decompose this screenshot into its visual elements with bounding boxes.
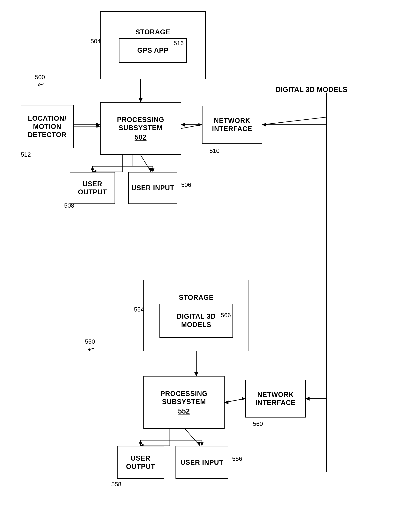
svg-marker-20	[194, 372, 198, 376]
storage2-ref: 554	[134, 306, 144, 313]
svg-line-10	[140, 155, 151, 172]
svg-marker-12	[149, 168, 153, 172]
ni2-ref: 560	[253, 420, 263, 427]
diagram-container: 500 ↙ STORAGE GPS APP 504 516 PROCESSING…	[0, 0, 418, 532]
uo1-ref: 508	[64, 202, 74, 209]
svg-marker-1	[139, 98, 142, 102]
svg-marker-37	[91, 169, 94, 172]
lmd-ref: 512	[21, 151, 31, 158]
svg-line-26	[185, 429, 200, 446]
svg-marker-4	[181, 123, 185, 127]
svg-marker-39	[151, 169, 154, 172]
storage1-ref: 504	[91, 38, 101, 45]
storage-box-1: STORAGE GPS APP	[100, 11, 206, 79]
network-interface-box-1: NETWORKINTERFACE	[202, 106, 262, 144]
ui2-ref: 556	[232, 455, 242, 462]
digital-3d-label-1: DIGITAL 3D MODELS	[276, 85, 348, 94]
user-input-label-1: USER INPUT	[131, 184, 174, 192]
svg-marker-44	[306, 397, 309, 400]
svg-marker-6	[96, 123, 100, 127]
d3d-ref: 566	[221, 312, 231, 319]
ui1-ref: 506	[181, 181, 191, 188]
svg-marker-46	[195, 373, 198, 376]
network-interface-box-2: NETWORKINTERFACE	[245, 380, 306, 418]
svg-marker-22	[225, 400, 228, 404]
processing-subsystem-ref-2: 552	[178, 407, 190, 415]
user-output-label-2: USEROUTPUT	[126, 454, 155, 471]
svg-marker-52	[139, 442, 142, 446]
digital-3d-models-inner-label: DIGITAL 3DMODELS	[177, 312, 216, 328]
svg-line-21	[225, 399, 245, 402]
user-input-box-1: USER INPUT	[128, 172, 177, 204]
svg-marker-31	[198, 123, 202, 126]
svg-marker-27	[196, 442, 200, 446]
uo2-ref: 558	[111, 481, 121, 488]
ni1-ref: 510	[209, 147, 220, 154]
gpsapp-ref: 516	[174, 40, 184, 47]
storage-box-2: STORAGE DIGITAL 3DMODELS	[143, 280, 249, 351]
processing-subsystem-box-2: PROCESSINGSUBSYSTEM 552	[143, 376, 225, 429]
svg-line-14	[262, 117, 326, 125]
svg-marker-29	[139, 99, 142, 102]
svg-marker-16	[262, 123, 266, 127]
user-output-box-2: USEROUTPUT	[117, 446, 164, 479]
location-motion-box: LOCATION/MOTIONDETECTOR	[21, 105, 74, 148]
processing-subsystem-ref-1: 502	[135, 133, 146, 141]
svg-line-2	[181, 125, 202, 128]
svg-line-47	[225, 399, 245, 402]
svg-marker-33	[97, 125, 100, 128]
network-interface-label-2: NETWORKINTERFACE	[255, 390, 296, 407]
svg-marker-54	[200, 442, 203, 446]
storage-label-1: STORAGE	[136, 28, 170, 36]
network-interface-label-1: NETWORKINTERFACE	[212, 117, 252, 133]
user-output-box-1: USEROUTPUT	[70, 172, 115, 204]
processing-subsystem-label-2: PROCESSINGSUBSYSTEM	[160, 389, 208, 406]
digital-3d-models-inner-box: DIGITAL 3DMODELS	[160, 303, 233, 338]
location-motion-label: LOCATION/MOTIONDETECTOR	[28, 114, 66, 139]
svg-marker-48	[242, 397, 245, 400]
user-input-box-2: USER INPUT	[175, 446, 228, 479]
svg-marker-42	[262, 123, 266, 126]
processing-subsystem-box-1: PROCESSINGSUBSYSTEM 502	[100, 102, 181, 155]
user-output-label-1: USEROUTPUT	[78, 180, 107, 196]
storage-label-2: STORAGE	[179, 293, 214, 302]
svg-marker-18	[306, 397, 310, 400]
processing-subsystem-label-1: PROCESSINGSUBSYSTEM	[117, 116, 164, 132]
user-input-label-2: USER INPUT	[180, 458, 223, 466]
gps-app-label: GPS APP	[137, 46, 169, 54]
